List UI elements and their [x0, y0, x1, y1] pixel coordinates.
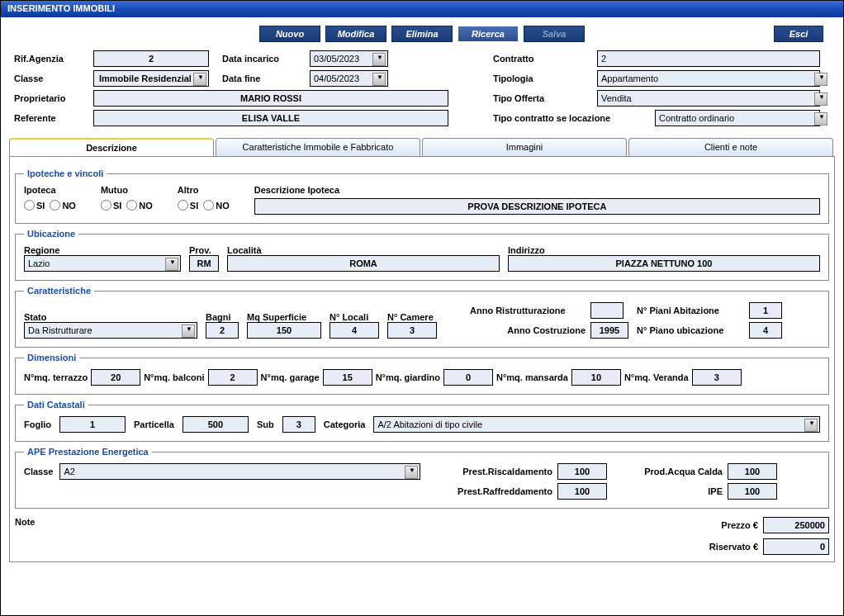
modifica-button[interactable]: Modifica: [325, 26, 386, 42]
n-piani-field[interactable]: [749, 302, 782, 319]
altro-label: Altro: [178, 185, 230, 195]
dimensioni-fieldset: Dimensioni N°mq. terrazzo N°mq. balconi …: [15, 353, 829, 395]
foglio-label: Foglio: [24, 419, 51, 429]
ricerca-button[interactable]: Ricerca: [458, 26, 519, 42]
dimensioni-legend: Dimensioni: [24, 353, 79, 362]
tipo-contratto-loc-select[interactable]: [655, 110, 820, 126]
ipoteca-si-radio[interactable]: SI: [24, 200, 45, 211]
sub-label: Sub: [257, 419, 274, 429]
tipo-offerta-label: Tipo Offerta: [493, 93, 592, 103]
regione-label: Regione: [24, 245, 181, 255]
bagni-field[interactable]: [206, 322, 239, 339]
caratteristiche-legend: Caratteristiche: [24, 286, 94, 296]
n-piano-ub-field[interactable]: [749, 322, 782, 339]
ape-classe-label: Classe: [24, 467, 53, 476]
mutuo-no-radio[interactable]: NO: [126, 200, 153, 211]
prov-field[interactable]: [189, 255, 219, 272]
tab-immagini[interactable]: Immagini: [422, 138, 627, 156]
catastali-fieldset: Dati Catastali Foglio Particella Sub Cat…: [15, 400, 829, 442]
prezzo-field[interactable]: [763, 517, 829, 533]
camere-field[interactable]: [387, 322, 437, 339]
ape-classe-select[interactable]: [59, 463, 420, 480]
mutuo-si-radio[interactable]: SI: [101, 200, 121, 211]
tab-descrizione[interactable]: Descrizione: [9, 138, 214, 156]
data-incarico-field[interactable]: [310, 50, 388, 67]
referente-field[interactable]: [93, 110, 448, 126]
localita-field[interactable]: [227, 255, 500, 272]
n-piano-ub-label: N° Piano ubicazione: [637, 325, 744, 335]
tab-clienti[interactable]: Clienti e note: [628, 138, 833, 156]
contratto-label: Contratto: [493, 54, 592, 64]
giardino-field[interactable]: [443, 369, 493, 386]
ubicazione-legend: Ubicazione: [24, 229, 78, 239]
anno-costr-field[interactable]: [590, 322, 628, 339]
nuovo-button[interactable]: Nuovo: [259, 26, 320, 42]
veranda-field[interactable]: [692, 369, 742, 386]
classe-label: Classe: [14, 73, 88, 83]
stato-select[interactable]: [24, 322, 197, 339]
regione-select[interactable]: [24, 255, 181, 272]
risc-label: Prest.Riscaldamento: [437, 467, 552, 476]
contratto-field[interactable]: [597, 50, 820, 67]
mq-label: Mq Superficie: [247, 312, 321, 322]
locali-label: N° Locali: [330, 312, 379, 322]
localita-label: Località: [227, 245, 500, 255]
elimina-button[interactable]: Elimina: [391, 26, 453, 42]
ipoteca-no-radio[interactable]: NO: [50, 200, 76, 211]
particella-label: Particella: [134, 419, 174, 429]
mansarda-label: N°mq. mansarda: [496, 372, 568, 382]
tipologia-select[interactable]: [597, 70, 820, 87]
acqua-field[interactable]: [728, 463, 777, 480]
esci-button[interactable]: Esci: [774, 26, 823, 42]
bagni-label: Bagni: [206, 312, 239, 322]
sub-field[interactable]: [282, 416, 315, 433]
altro-no-radio[interactable]: NO: [203, 200, 230, 211]
particella-field[interactable]: [183, 416, 249, 433]
tab-caratteristiche[interactable]: Caratteristiche Immobile e Fabbricato: [216, 138, 420, 156]
tipo-offerta-select[interactable]: [597, 90, 820, 107]
mutuo-label: Mutuo: [101, 185, 153, 195]
proprietario-field[interactable]: [93, 90, 448, 107]
raffr-field[interactable]: [557, 483, 607, 500]
categoria-label: Categoria: [324, 419, 366, 429]
garage-field[interactable]: [323, 369, 372, 386]
tipo-contratto-loc-label: Tipo contratto se locazione: [493, 113, 650, 123]
locali-field[interactable]: [330, 322, 379, 339]
foglio-field[interactable]: [59, 416, 126, 433]
riservato-field[interactable]: [763, 538, 829, 555]
terrazzo-field[interactable]: [91, 369, 140, 386]
data-incarico-label: Data incarico: [222, 54, 305, 64]
tipologia-label: Tipologia: [493, 73, 592, 83]
risc-field[interactable]: [557, 463, 607, 480]
categoria-select[interactable]: [373, 416, 820, 433]
caratteristiche-fieldset: Caratteristiche Stato Bagni Mq Superfici…: [15, 286, 829, 348]
ipe-field[interactable]: [728, 483, 777, 500]
toolbar: Nuovo Modifica Elimina Ricerca Salva Esc…: [9, 22, 835, 50]
desc-ipoteca-field[interactable]: [254, 198, 820, 215]
rif-agenzia-field[interactable]: [93, 50, 209, 67]
desc-ipoteca-label: Descrizione Ipoteca: [254, 185, 820, 195]
veranda-label: N°mq. Veranda: [624, 372, 689, 382]
prov-label: Prov.: [189, 245, 219, 255]
ipoteche-fieldset: Ipoteche e vincoli Ipoteca SI NO Mutuo S…: [15, 168, 829, 224]
ipoteche-legend: Ipoteche e vincoli: [24, 168, 107, 178]
ape-legend: APE Prestazione Energetica: [24, 447, 152, 457]
garage-label: N°mq. garage: [261, 372, 320, 382]
giardino-label: N°mq. giardino: [376, 372, 440, 382]
altro-si-radio[interactable]: SI: [178, 200, 198, 211]
catastali-legend: Dati Catastali: [24, 400, 88, 410]
indirizzo-field[interactable]: [508, 255, 820, 272]
proprietario-label: Proprietario: [14, 93, 88, 103]
balconi-field[interactable]: [208, 369, 258, 386]
n-piani-label: N° Piani Abitazione: [637, 306, 744, 315]
raffr-label: Prest.Raffreddamento: [437, 486, 552, 496]
classe-select[interactable]: [93, 70, 209, 87]
mq-field[interactable]: [247, 322, 321, 339]
data-fine-field[interactable]: [310, 70, 388, 87]
riservato-label: Riservato €: [709, 542, 758, 552]
mansarda-field[interactable]: [571, 369, 621, 386]
rif-agenzia-label: Rif.Agenzia: [14, 54, 88, 64]
camere-label: N° Camere: [387, 312, 437, 322]
anno-ristr-field[interactable]: [590, 302, 624, 319]
ipoteca-label: Ipoteca: [24, 185, 76, 195]
